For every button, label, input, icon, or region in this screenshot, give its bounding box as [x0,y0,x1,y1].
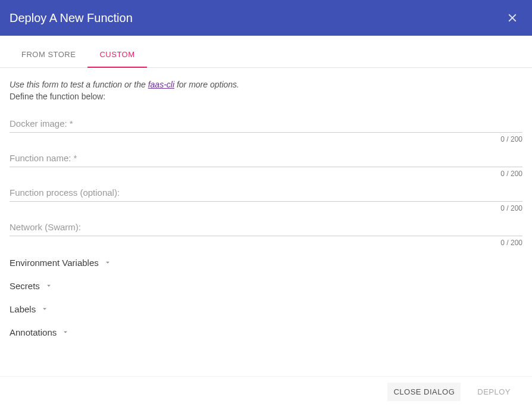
expander-secrets[interactable]: Secrets [10,276,522,296]
expander-env-vars-label: Environment Variables [10,258,99,268]
close-icon[interactable] [506,11,519,24]
tab-from-store[interactable]: FROM STORE [10,42,87,67]
intro-line1-prefix: Use this form to test a function or the [10,80,148,89]
chevron-down-icon [40,305,49,313]
network-input[interactable] [10,218,522,236]
function-name-counter: 0 / 200 [10,170,522,178]
tab-custom[interactable]: CUSTOM [87,42,146,67]
expander-env-vars[interactable]: Environment Variables [10,253,522,273]
field-function-name [10,149,522,167]
close-dialog-button[interactable]: CLOSE DIALOG [387,383,461,401]
field-function-process [10,184,522,202]
intro-text: Use this form to test a function or the … [10,79,522,103]
expander-annotations-label: Annotations [10,327,57,337]
dialog-content-scroll[interactable]: FROM STORE CUSTOM Use this form to test … [0,36,532,376]
expander-annotations[interactable]: Annotations [10,323,522,342]
faas-cli-link[interactable]: faas-cli [148,80,174,89]
intro-line2: Define the function below: [10,90,522,102]
docker-image-input[interactable] [10,115,522,133]
tabs: FROM STORE CUSTOM [0,42,532,68]
expander-labels[interactable]: Labels [10,299,522,319]
docker-image-counter: 0 / 200 [10,135,522,143]
dialog-content: FROM STORE CUSTOM Use this form to test … [0,36,532,370]
dialog-footer: CLOSE DIALOG DEPLOY [0,376,532,407]
expander-secrets-label: Secrets [10,281,40,291]
function-process-counter: 0 / 200 [10,204,522,212]
deploy-button[interactable]: DEPLOY [471,383,517,401]
network-counter: 0 / 200 [10,239,522,247]
chevron-down-icon [104,258,112,267]
function-process-input[interactable] [10,184,522,202]
field-docker-image [10,115,522,133]
function-name-input[interactable] [10,149,522,167]
chevron-down-icon [61,328,70,336]
dialog-header: Deploy A New Function [0,0,532,36]
field-network [10,218,522,236]
intro-line1-suffix: for more options. [174,80,239,89]
expander-labels-label: Labels [10,304,36,314]
dialog-title: Deploy A New Function [10,11,133,25]
chevron-down-icon [45,281,53,290]
